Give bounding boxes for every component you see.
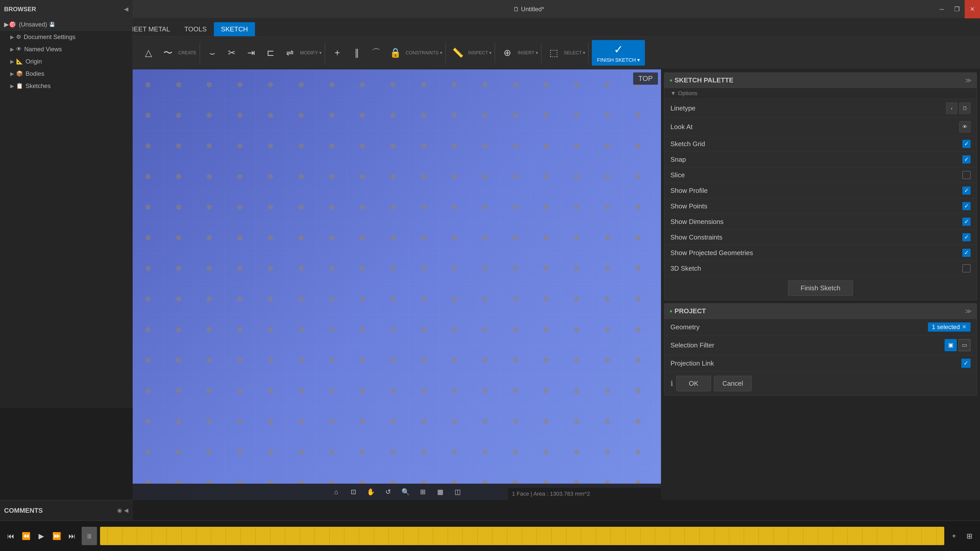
timeline-end-button[interactable]: ⏭ [65,529,79,543]
finish-sketch-button[interactable]: ✓ FINISH SKETCH ▾ [592,40,645,65]
comments-label: COMMENTS [4,507,43,514]
collinear-button[interactable]: ∥ [348,40,366,65]
linetype-right-icon[interactable]: 🗋 [959,103,970,114]
right-panels: ● SKETCH PALETTE ≫ ▼ Options Linetype ‹ … [661,69,980,500]
3d-sketch-checkbox[interactable] [963,264,970,272]
area-status-text: 1 Face | Area : 1303.783 mm^2 [512,491,590,497]
sketch-grid-checkbox[interactable]: ✓ [963,140,970,148]
selection-filter-edges-button[interactable]: ▭ [958,339,970,351]
coincident-icon: + [334,48,340,58]
fillet-button[interactable]: ⌣ [203,40,221,65]
show-constraints-checkbox[interactable]: ✓ [963,233,970,241]
geometry-row: Geometry 1 selected ✕ [664,319,977,335]
root-label: (Unsaved) [19,21,47,28]
close-button[interactable]: ✕ [965,0,980,18]
origin-expand-icon: ▶ [10,59,14,65]
tab-sketch[interactable]: SKETCH [214,22,255,36]
ribbon-tabs: SOLID SURFACE MESH SHEET METAL TOOLS SKE… [0,18,980,37]
browser-item-bodies[interactable]: ▶ 📦 Bodies [0,68,132,80]
home-view-button[interactable]: ⌂ [329,485,343,499]
offset-button[interactable]: ⊏ [261,40,280,65]
trim-icon: ✂ [228,48,235,58]
create-polygon-button[interactable]: △ [139,40,158,65]
timeline-history-marker: ||| [82,527,97,545]
save-indicator-icon: 💾 [49,22,55,27]
finish-sketch-palette-button[interactable]: Finish Sketch [788,280,853,296]
trim-button[interactable]: ✂ [223,40,241,65]
show-projected-geometries-checkbox[interactable]: ✓ [963,249,970,257]
show-points-checkbox[interactable]: ✓ [963,202,970,210]
selection-filter-label: Selection Filter [670,341,943,349]
timeline: ⏮ ⏪ ▶ ⏩ ⏭ ||| + ⊞ [0,520,980,551]
timeline-view-button[interactable]: ⊞ [963,529,976,543]
coincident-button[interactable]: + [328,40,347,65]
finish-checkmark-icon: ✓ [614,43,623,56]
show-dimensions-checkbox[interactable]: ✓ [963,218,970,226]
cancel-button[interactable]: Cancel [714,376,752,391]
3d-sketch-label: 3D Sketch [670,265,701,272]
snap-row: Snap ✓ [664,152,977,167]
sketch-palette-header: ● SKETCH PALETTE ≫ [664,73,977,88]
timeline-prev-button[interactable]: ⏪ [19,529,33,543]
viewport[interactable]: TOP [133,69,661,500]
named-views-expand-icon: ▶ [10,46,14,52]
select-icon: ⬚ [549,48,558,58]
show-points-label: Show Points [670,202,708,210]
projection-link-checkbox[interactable]: ✓ [961,359,970,368]
sketch-palette-expand-icon[interactable]: ≫ [965,77,972,84]
visual-style-button[interactable]: ◫ [451,485,464,499]
browser-item-doc-settings[interactable]: ▶ ⚙ Document Settings [0,31,132,43]
mirror-button[interactable]: ⇌ [281,40,299,65]
info-icon: ℹ [670,380,673,388]
linetype-left-icon[interactable]: ‹ [946,103,957,114]
zoom-button[interactable]: 🔍 [399,485,412,499]
show-dimensions-row: Show Dimensions ✓ [664,214,977,230]
restore-button[interactable]: ❐ [950,0,965,18]
comments-panel: COMMENTS ◉ ◀ [0,500,133,520]
project-panel: ● PROJECT ≫ Geometry 1 selected ✕ Select… [664,303,977,395]
3d-sketch-row: 3D Sketch [664,261,977,276]
show-profile-checkbox[interactable]: ✓ [963,186,970,195]
extend-button[interactable]: ⇥ [242,40,260,65]
lock-button[interactable]: 🔒 [387,40,405,65]
timeline-next-button[interactable]: ⏩ [50,529,63,543]
selection-filter-faces-button[interactable]: ▣ [945,339,957,351]
comments-close-icon[interactable]: ◀ [124,507,128,514]
browser-collapse-icon[interactable]: ◀ [124,6,128,13]
display-settings-button[interactable]: ▦ [434,485,447,499]
tangent-button[interactable]: ⌒ [367,40,385,65]
snap-checkbox[interactable]: ✓ [963,156,970,164]
offset-icon: ⊏ [267,48,274,58]
geometry-label: Geometry [670,323,928,331]
tab-tools[interactable]: TOOLS [177,22,214,36]
minimize-button[interactable]: ─ [934,0,950,18]
ok-button[interactable]: OK [676,376,711,391]
inspect-button[interactable]: 📏 [449,40,467,65]
fit-view-button[interactable]: ⊡ [347,485,360,499]
grid-view-button[interactable]: ⊞ [416,485,430,499]
browser-root-item[interactable]: ▶ 🎯 (Unsaved) 💾 [0,18,132,31]
slice-checkbox[interactable] [963,171,970,179]
orbit-button[interactable]: ↺ [382,485,395,499]
timeline-start-button[interactable]: ⏮ [4,529,18,543]
constraints-group-label: CONSTRAINTS ▾ [406,50,442,56]
look-at-button[interactable]: 👁 [959,121,970,132]
select-button[interactable]: ⬚ [545,40,563,65]
pan-button[interactable]: ✋ [364,485,377,499]
browser-item-origin[interactable]: ▶ 📐 Origin [0,56,132,68]
look-at-label: Look At [670,123,693,131]
viewport-canvas: TOP [133,69,661,500]
insert-button[interactable]: ⊕ [498,40,517,65]
project-expand-icon[interactable]: ≫ [965,308,972,315]
browser-item-named-views[interactable]: ▶ 👁 Named Views [0,43,132,56]
root-arrow-icon: ▶ [4,21,9,28]
timeline-track[interactable] [100,527,944,545]
timeline-play-button[interactable]: ▶ [35,529,48,543]
comments-expand-icon[interactable]: ◉ [117,507,122,514]
geometry-clear-icon[interactable]: ✕ [962,324,966,330]
browser-item-sketches[interactable]: ▶ 📋 Sketches [0,80,132,92]
browser-title-label: BROWSER [4,6,36,13]
options-section[interactable]: ▼ Options [664,88,977,99]
create-spline-button[interactable]: 〜 [159,40,177,65]
timeline-settings-button[interactable]: + [947,529,961,543]
